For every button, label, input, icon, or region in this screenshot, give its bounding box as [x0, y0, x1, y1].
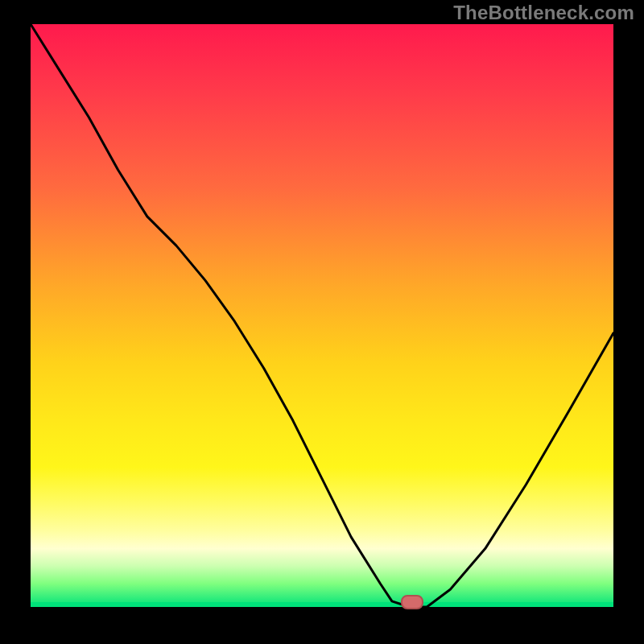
optimal-point-marker — [401, 595, 423, 609]
curve-path — [31, 24, 613, 607]
chart-frame: TheBottleneck.com — [0, 0, 644, 644]
watermark-text: TheBottleneck.com — [453, 2, 634, 24]
bottleneck-curve — [31, 24, 613, 607]
